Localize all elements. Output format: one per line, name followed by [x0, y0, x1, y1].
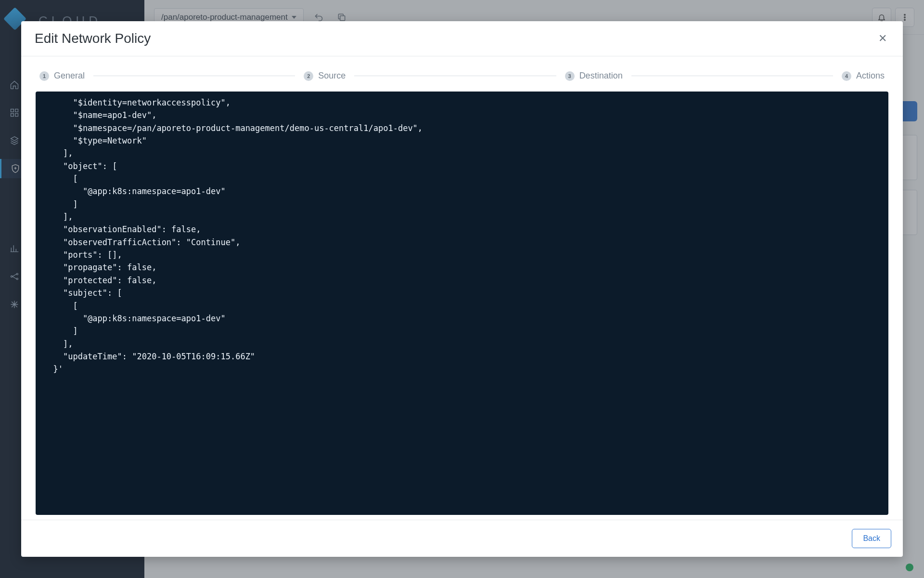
step-divider: [93, 76, 295, 76]
modal-footer: Back: [21, 520, 903, 557]
step-badge: 3: [565, 71, 575, 81]
step-general[interactable]: 1 General: [39, 71, 85, 81]
code-wrap: "$identity=networkaccesspolicy", "$name=…: [36, 92, 888, 520]
step-badge: 4: [842, 71, 851, 81]
step-source[interactable]: 2 Source: [304, 71, 346, 81]
policy-json-code[interactable]: "$identity=networkaccesspolicy", "$name=…: [36, 92, 888, 515]
modal-body: 1 General 2 Source 3 Destination 4 Actio…: [21, 56, 903, 520]
step-destination[interactable]: 3 Destination: [565, 71, 623, 81]
edit-network-policy-modal: Edit Network Policy ✕ 1 General 2 Source…: [21, 21, 903, 557]
step-label: Actions: [856, 71, 885, 81]
step-badge: 1: [39, 71, 49, 81]
stepper: 1 General 2 Source 3 Destination 4 Actio…: [36, 68, 888, 92]
close-button[interactable]: ✕: [876, 32, 889, 45]
modal-title: Edit Network Policy: [35, 31, 151, 46]
step-label: Source: [318, 71, 346, 81]
step-divider: [354, 76, 556, 76]
step-label: Destination: [579, 71, 623, 81]
step-label: General: [54, 71, 85, 81]
step-actions[interactable]: 4 Actions: [842, 71, 885, 81]
step-badge: 2: [304, 71, 313, 81]
close-icon: ✕: [878, 32, 887, 45]
step-divider: [631, 76, 833, 76]
back-button[interactable]: Back: [852, 529, 891, 548]
modal-header: Edit Network Policy ✕: [21, 21, 903, 56]
